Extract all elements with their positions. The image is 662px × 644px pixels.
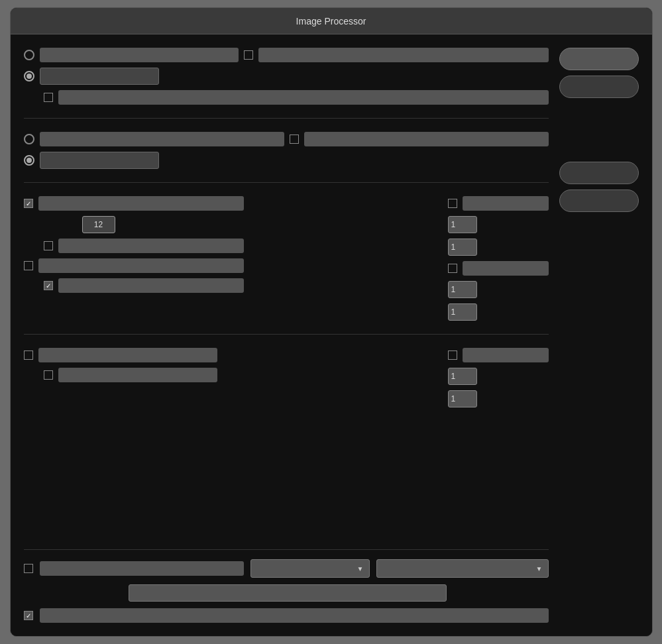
section3-row3 — [24, 239, 244, 253]
section3-row5 — [24, 278, 244, 293]
section3-cols: 12 — [24, 196, 549, 321]
checkbox-3-side2[interactable] — [448, 264, 457, 273]
app-window: Image Processor — [10, 7, 653, 637]
bottom-label1 — [40, 561, 244, 576]
divider-2 — [24, 182, 549, 183]
button-2[interactable] — [559, 76, 639, 98]
section2-row1 — [24, 132, 549, 146]
radio-2-1[interactable] — [24, 134, 34, 144]
titlebar: Image Processor — [11, 8, 652, 34]
checkbox-3-4[interactable] — [44, 281, 53, 290]
section4-right: 1 1 — [448, 348, 549, 407]
button-3[interactable] — [559, 162, 639, 184]
section3-right-row4 — [448, 261, 549, 276]
radio-2-2[interactable] — [24, 155, 34, 166]
section4-right-row1 — [448, 348, 549, 362]
section4-left — [24, 348, 217, 407]
number-small-3[interactable]: 1 — [448, 281, 477, 298]
dropdown-1-arrow: ▼ — [357, 565, 364, 572]
button-4[interactable] — [559, 189, 639, 212]
dropdown-1[interactable]: ▼ — [250, 559, 370, 578]
checkbox-3-1[interactable] — [24, 199, 33, 208]
flex-spacer — [24, 417, 549, 540]
section2-text-field[interactable] — [40, 152, 159, 169]
wide-text-input[interactable] — [129, 584, 447, 602]
section3-right-row6: 1 — [448, 303, 549, 321]
section4-row2 — [24, 368, 217, 382]
section-3: 12 — [24, 196, 549, 321]
checkbox-2-1[interactable] — [290, 134, 299, 144]
section4-right-row3: 1 — [448, 390, 549, 407]
section-4: 1 1 — [24, 348, 549, 407]
section3-side-label2 — [463, 261, 549, 276]
section2-label1 — [40, 132, 284, 146]
section1-row3 — [24, 90, 549, 105]
dropdown-2[interactable]: ▼ — [376, 559, 549, 578]
number-small-4[interactable]: 1 — [448, 303, 477, 321]
section3-row2: 12 — [24, 216, 244, 233]
checkbox-3-side1[interactable] — [448, 199, 457, 208]
section4-cols: 1 1 — [24, 348, 549, 407]
number-small-1[interactable]: 1 — [448, 216, 477, 233]
bottom-checkbox-2[interactable] — [24, 611, 33, 620]
section3-row4 — [24, 258, 244, 273]
section1-row2 — [24, 68, 549, 85]
radio-1-2[interactable] — [24, 71, 34, 81]
checkbox-4-2[interactable] — [44, 370, 53, 380]
section3-label2 — [38, 258, 244, 273]
section3-side-label1 — [463, 196, 549, 211]
section1-sub-label — [58, 90, 549, 105]
section4-label1 — [38, 348, 217, 362]
radio-1-1[interactable] — [24, 50, 34, 60]
number-field-12[interactable]: 12 — [82, 216, 115, 233]
number-small-2[interactable]: 1 — [448, 239, 477, 256]
section3-right-row5: 1 — [448, 281, 549, 298]
section4-side-label1 — [463, 348, 549, 362]
divider-3 — [24, 334, 549, 335]
side-buttons-panel — [559, 48, 639, 623]
section4-right-row2: 1 — [448, 368, 549, 385]
bottom-section: ▼ ▼ — [24, 549, 549, 623]
section3-label1 — [38, 196, 244, 211]
section1-label2 — [258, 48, 549, 62]
checkbox-1-1[interactable] — [244, 50, 253, 60]
section3-sub-label1 — [58, 239, 244, 253]
button-1[interactable] — [559, 48, 639, 70]
section-2 — [24, 132, 549, 169]
section3-left: 12 — [24, 196, 244, 321]
section2-row2 — [24, 152, 549, 169]
divider-1 — [24, 118, 549, 119]
section3-right: 1 1 1 1 — [448, 196, 549, 321]
bottom-row3 — [24, 608, 549, 623]
checkbox-4-1[interactable] — [24, 350, 33, 360]
window-title: Image Processor — [296, 16, 366, 27]
checkbox-3-3[interactable] — [24, 261, 33, 270]
number-small-5[interactable]: 1 — [448, 368, 477, 385]
section3-right-row2: 1 — [448, 216, 549, 233]
bottom-checkbox-1[interactable] — [24, 564, 33, 573]
bottom-row2 — [24, 584, 549, 602]
bottom-label2 — [40, 608, 549, 623]
bottom-row1: ▼ ▼ — [24, 559, 549, 578]
section1-label1 — [40, 48, 239, 62]
checkbox-1-2[interactable] — [44, 93, 53, 102]
section4-sub-label1 — [58, 368, 217, 382]
button-spacer — [559, 103, 639, 156]
checkbox-4-side1[interactable] — [448, 350, 457, 360]
section3-sub-label2 — [58, 278, 244, 293]
section2-label2 — [304, 132, 549, 146]
checkbox-3-2[interactable] — [44, 241, 53, 250]
main-panel: 12 — [24, 48, 549, 623]
number-small-6[interactable]: 1 — [448, 390, 477, 407]
section3-right-row1 — [448, 196, 549, 211]
section1-text-field[interactable] — [40, 68, 159, 85]
section1-row1 — [24, 48, 549, 62]
section-1 — [24, 48, 549, 105]
dropdown-2-arrow: ▼ — [536, 565, 543, 572]
section3-row1 — [24, 196, 244, 211]
content-area: 12 — [11, 34, 652, 636]
section3-right-row3: 1 — [448, 239, 549, 256]
section4-row1 — [24, 348, 217, 362]
